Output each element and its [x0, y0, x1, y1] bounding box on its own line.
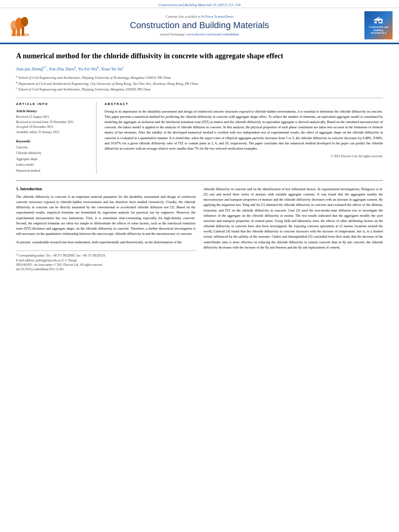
authors-line: Jian-jun Zhenga,*, Xin-Zhu Zhoua, Yu-Fei… [16, 66, 383, 71]
author-4: Xian-Yu Jin [101, 66, 122, 71]
keyword-1: Concrete [16, 145, 90, 150]
cbm-logo: Construction and Building MATERIALS [364, 11, 393, 39]
keywords-heading: Keywords: [16, 139, 90, 143]
author-2: Xin-Zhu Zhou [49, 66, 74, 71]
elsevier-logo-area: ELSEVIER [6, 14, 43, 37]
svg-marker-8 [373, 17, 384, 20]
sciverse-line: Contents lists available at SciVerse Sci… [43, 14, 356, 18]
author-4-sup: c [122, 66, 124, 69]
main-two-col: 1. Introduction The chloride diffusivity… [16, 187, 383, 272]
author-1-sup: a,* [43, 66, 47, 69]
svg-rect-9 [377, 21, 378, 23]
elsevier-tree-icon: ELSEVIER [10, 14, 39, 37]
copyright-line: © 2011 Elsevier Ltd. All rights reserved… [105, 154, 383, 158]
svg-rect-11 [375, 21, 376, 22]
main-col-right: chloride diffusivity in concrete and on … [204, 187, 383, 272]
article-history: Article history: Received 22 August 2011… [16, 109, 90, 135]
keyword-5: Numerical method [16, 168, 90, 174]
intro-para-2: At present, considerable research has be… [16, 240, 195, 245]
article-info-col: ARTICLE INFO Article history: Received 2… [16, 102, 97, 174]
svg-text:ELSEVIER: ELSEVIER [11, 33, 29, 37]
homepage-url[interactable]: www.elsevier.com/locate/conbuildmat [187, 32, 239, 36]
affiliations: a School of Civil Engineering and Archit… [16, 74, 383, 92]
article-content: A numerical method for the chloride diff… [0, 44, 399, 279]
journal-header: ELSEVIER Contents lists available at Sci… [0, 8, 399, 43]
main-col-left: 1. Introduction The chloride diffusivity… [16, 187, 195, 272]
author-1: Jian-jun Zheng [16, 66, 43, 71]
svg-point-4 [21, 17, 28, 27]
article-title: A numerical method for the chloride diff… [16, 51, 383, 61]
history-online: Available online 25 January 2012 [16, 130, 90, 135]
introduction-heading: 1. Introduction [16, 187, 195, 191]
info-abstract-section: ARTICLE INFO Article history: Received 2… [16, 98, 383, 174]
author-3: Yu-Fei Wu [78, 66, 97, 71]
abstract-heading: ABSTRACT [105, 102, 383, 106]
affiliation-b: b Department of Civil and Architectural … [16, 80, 383, 86]
footnote-1: * Corresponding author. Tel.: +86 571 88… [16, 253, 195, 258]
col2-para-1: chloride diffusivity in concrete and on … [204, 187, 383, 250]
journal-title: Construction and Building Materials [43, 20, 356, 31]
keywords-section: Keywords: Concrete Chloride diffusivity … [16, 139, 90, 174]
keyword-3: Aggregate shape [16, 156, 90, 162]
top-bar: Construction and Building Materials 31 (… [0, 0, 399, 8]
main-text-section: 1. Introduction The chloride diffusivity… [16, 180, 383, 272]
history-revised: Received in revised form 18 December 201… [16, 120, 90, 125]
journal-center-info: Contents lists available at SciVerse Sci… [43, 14, 356, 36]
author-2-sup: a [74, 66, 76, 69]
footnote-4: doi:10.1016/j.conbuildmat.2011.12.061 [16, 267, 195, 271]
abstract-text: Owing to its importance in the durabilit… [105, 109, 383, 151]
footnotes: * Corresponding author. Tel.: +86 571 88… [16, 251, 195, 271]
history-received: Received 22 August 2011 [16, 115, 90, 120]
keyword-2: Chloride diffusivity [16, 150, 90, 156]
affiliation-c: c School of Civil Engineering and Archit… [16, 86, 383, 92]
cbm-logo-icon [372, 16, 385, 24]
history-title: Article history: [16, 109, 90, 113]
footnote-2: E-mail address: jjzheng@zjtu.edu.cn (J.-… [16, 258, 195, 263]
article-info-heading: ARTICLE INFO [16, 102, 90, 106]
history-accepted: Accepted 19 December 2011 [16, 125, 90, 130]
sciverse-link[interactable]: SciVerse ScienceDirect [202, 14, 234, 18]
cbm-logo-text: Construction and Building MATERIALS [366, 25, 391, 35]
svg-rect-10 [379, 21, 381, 22]
intro-para-1: The chloride diffusivity in concrete is … [16, 194, 195, 236]
journal-reference: Construction and Building Materials 31 (… [158, 3, 241, 7]
cbm-logo-area: Construction and Building MATERIALS [356, 11, 393, 39]
footnote-3: 0950-0618/$ - see front matter © 2011 El… [16, 263, 195, 267]
keyword-4: Lattice model [16, 162, 90, 168]
author-3-sup: b [97, 66, 99, 69]
homepage-line: journal homepage: www.elsevier.com/locat… [43, 32, 356, 36]
affiliation-a: a School of Civil Engineering and Archit… [16, 74, 383, 80]
abstract-col: ABSTRACT Owing to its importance in the … [105, 102, 383, 174]
